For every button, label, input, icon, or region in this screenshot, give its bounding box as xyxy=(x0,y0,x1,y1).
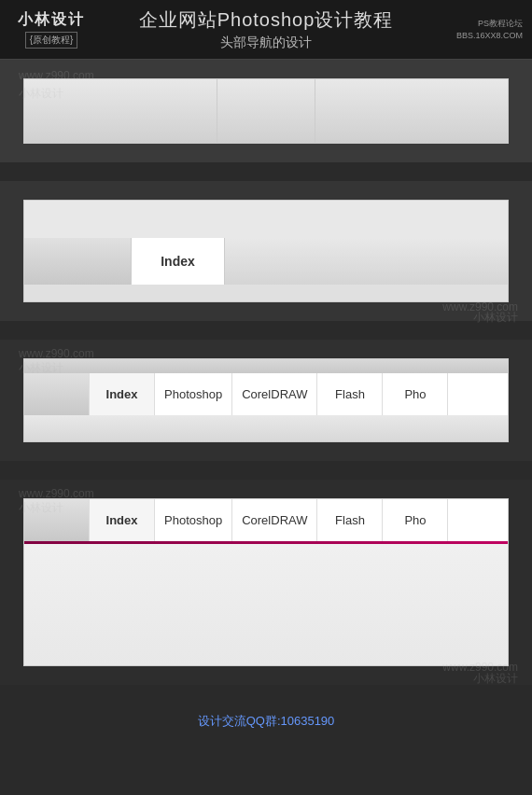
nav-top-bar xyxy=(24,201,508,238)
nav3-bottom xyxy=(24,415,508,441)
section-3: www.z990.com 小林设计 Index Photoshop CorelD… xyxy=(0,340,532,461)
nav-seg-3 xyxy=(315,79,508,143)
nav3-blank xyxy=(24,373,90,415)
header-text: 企业网站Photoshop设计教程 头部导航的设计 xyxy=(93,7,439,51)
watermark-brand-2: 小林设计 xyxy=(473,310,518,326)
nav4-menu: Index Photoshop CorelDRAW Flash Pho xyxy=(24,499,508,541)
forum-line1: PS教程论坛 xyxy=(439,18,523,30)
nav4-pho[interactable]: Pho xyxy=(383,499,448,541)
nav-rest xyxy=(225,238,508,285)
nav4-flash[interactable]: Flash xyxy=(317,499,383,541)
section-1: www.z990.com 小林设计 xyxy=(0,60,532,162)
nav-demo-2: Index xyxy=(23,200,509,302)
logo-box: 小林设计 {原创教程} xyxy=(9,10,93,49)
section-4: www.z990.com 小林设计 Index Photoshop CorelD… xyxy=(0,480,532,685)
watermark-url-2: www.z990.com xyxy=(442,300,518,314)
nav3-menu: Index Photoshop CorelDRAW Flash Pho xyxy=(24,373,508,415)
watermark-brand-5: 小林设计 xyxy=(473,671,518,687)
nav-seg-1 xyxy=(24,79,217,143)
nav4-index[interactable]: Index xyxy=(90,499,155,541)
nav-demo-1 xyxy=(23,78,509,144)
nav3-flash[interactable]: Flash xyxy=(317,373,383,415)
nav3-coreldraw[interactable]: CorelDRAW xyxy=(232,373,317,415)
footer: 设计交流QQ群:10635190 xyxy=(0,704,532,739)
nav4-blank xyxy=(24,499,90,541)
nav-bottom-bar xyxy=(24,285,508,301)
nav4-coreldraw[interactable]: CorelDRAW xyxy=(232,499,317,541)
nav-demo-3: Index Photoshop CorelDRAW Flash Pho xyxy=(23,358,509,442)
nav3-top xyxy=(24,359,508,373)
nav-demo-4: Index Photoshop CorelDRAW Flash Pho xyxy=(23,498,509,666)
forum-info: PS教程论坛 BBS.16XX8.COM xyxy=(439,18,523,41)
nav-left-blank xyxy=(24,238,132,285)
logo-title: 小林设计 xyxy=(18,10,85,30)
nav3-index[interactable]: Index xyxy=(90,373,155,415)
footer-text: 设计交流QQ群:10635190 xyxy=(198,714,335,728)
nav-seg-2 xyxy=(217,79,315,143)
nav3-pho[interactable]: Pho xyxy=(383,373,448,415)
nav-menu-row: Index xyxy=(24,238,508,285)
subtitle: 头部导航的设计 xyxy=(93,35,439,51)
nav4-photoshop[interactable]: Photoshop xyxy=(155,499,232,541)
nav3-photoshop[interactable]: Photoshop xyxy=(155,373,232,415)
nav-index-item[interactable]: Index xyxy=(132,238,225,285)
main-title: 企业网站Photoshop设计教程 xyxy=(93,7,439,33)
forum-line2: BBS.16XX8.COM xyxy=(439,30,523,42)
page-header: 小林设计 {原创教程} 企业网站Photoshop设计教程 头部导航的设计 PS… xyxy=(0,0,532,60)
nav4-body xyxy=(24,544,508,665)
section-2: Index www.z990.com 小林设计 xyxy=(0,181,532,321)
logo-sub: {原创教程} xyxy=(25,32,78,49)
